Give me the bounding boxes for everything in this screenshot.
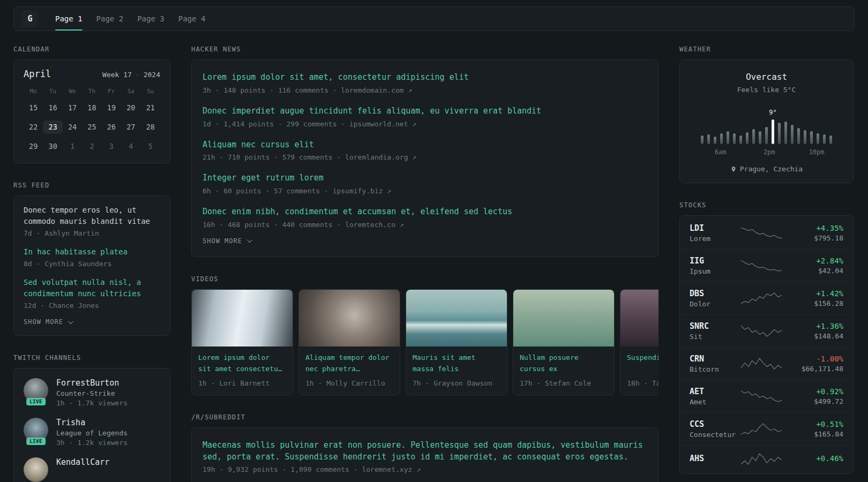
hackernews-show-more-label: SHOW MORE: [203, 237, 242, 245]
hackernews-widget: HACKER NEWS Lorem ipsum dolor sit amet, …: [191, 46, 659, 257]
app-logo[interactable]: G: [21, 10, 39, 27]
videos-row: Lorem ipsum dolor sit amet consectetu… 1…: [191, 289, 659, 395]
calendar-day-headers: MoTuWeThFrSaSu: [24, 88, 160, 95]
calendar-dow: Fr: [102, 88, 121, 95]
stock-price: $165.84: [784, 430, 843, 438]
page-tab[interactable]: Page 4: [171, 7, 213, 31]
rss-item: Donec tempor eros leo, ut commodo mauris…: [24, 205, 160, 237]
hackernews-panel: Lorem ipsum dolor sit amet, consectetur …: [191, 59, 659, 257]
live-badge: LIVE: [26, 438, 46, 445]
video-card[interactable]: Aliquam tempor dolor nec pharetra… 1h · …: [298, 289, 400, 395]
rss-show-more-button[interactable]: SHOW MORE: [24, 318, 160, 326]
stock-row[interactable]: AHS +0.46%: [680, 445, 853, 472]
stock-row[interactable]: CCS Consectetur +0.51% $165.84: [680, 412, 853, 445]
hackernews-item: Donec enim nibh, condimentum et accumsan…: [203, 206, 647, 229]
calendar-day: 27: [121, 120, 140, 134]
live-badge: LIVE: [26, 398, 46, 405]
rss-meta: 12d · Chance Jones: [24, 302, 160, 310]
weather-bar: [817, 133, 819, 144]
hackernews-show-more-button[interactable]: SHOW MORE: [203, 237, 647, 245]
subreddit-list: Maecenas mollis pulvinar erat non posuer…: [203, 440, 647, 474]
page-tab-label: Page 1: [55, 14, 83, 23]
calendar-dow: Tu: [43, 88, 62, 95]
twitch-avatar-wrap: [24, 457, 48, 482]
rss-panel: Donec tempor eros leo, ut commodo mauris…: [13, 195, 170, 336]
calendar-dow: Sa: [121, 88, 140, 95]
stock-price: $156.28: [784, 299, 843, 307]
calendar-dow: We: [63, 88, 82, 95]
video-meta: 1h · Molly Carrillo: [299, 376, 400, 395]
calendar-day: 4: [121, 140, 140, 153]
video-title-link[interactable]: Aliquam tempor dolor nec pharetra…: [299, 347, 400, 376]
hackernews-title-link[interactable]: Aliquam nec cursus elit: [203, 139, 647, 151]
stock-sparkline-chart: [741, 357, 784, 371]
stock-symbol: CCS: [690, 419, 741, 429]
weather-bar: [752, 129, 755, 144]
hackernews-title-link[interactable]: Lorem ipsum dolor sit amet, consectetur …: [203, 72, 647, 84]
calendar-separator: ·: [136, 71, 140, 79]
weather-condition: Overcast: [691, 72, 842, 82]
hackernews-title-link[interactable]: Integer eget rutrum lorem: [203, 172, 647, 184]
rss-headline-link[interactable]: Donec tempor eros leo, ut commodo mauris…: [24, 205, 160, 227]
video-thumbnail[interactable]: [620, 290, 659, 347]
video-thumbnail[interactable]: [513, 290, 614, 347]
calendar-dow: Th: [82, 88, 101, 95]
calendar-dow: Su: [141, 88, 160, 95]
weather-bar: [720, 133, 723, 144]
page-tab[interactable]: Page 1: [48, 7, 89, 31]
twitch-channel-name: KendallCarr: [56, 457, 109, 467]
weather-bar: [778, 123, 781, 144]
video-title-link[interactable]: Nullam posuere cursus ex: [513, 347, 614, 376]
video-card[interactable]: Mauris sit amet massa felis 7h · Grayson…: [406, 289, 507, 395]
hackernews-item: Donec imperdiet augue tincidunt felis al…: [203, 106, 647, 128]
page-tab[interactable]: Page 2: [89, 7, 131, 31]
hackernews-item: Lorem ipsum dolor sit amet, consectetur …: [203, 72, 647, 94]
video-card[interactable]: Lorem ipsum dolor sit amet consectetu… 1…: [191, 289, 293, 395]
stock-symbol: AET: [690, 387, 741, 396]
hackernews-title-link[interactable]: Donec imperdiet augue tincidunt felis al…: [203, 106, 647, 117]
stock-row[interactable]: SNRC Sit +1.36% $148.64: [680, 314, 853, 347]
calendar-day: 1: [63, 140, 82, 153]
stock-change: +4.35%: [784, 224, 843, 232]
rss-widget: RSS FEED Donec tempor eros leo, ut commo…: [13, 182, 170, 336]
subreddit-post-title-link[interactable]: Maecenas mollis pulvinar erat non posuer…: [203, 440, 647, 463]
rss-headline-link[interactable]: Sed volutpat nulla nisl, a condimentum n…: [24, 277, 160, 299]
stock-row[interactable]: AET Amet +0.92% $499.72: [680, 380, 853, 412]
weather-bar: [733, 133, 736, 144]
video-title-link[interactable]: Lorem ipsum dolor sit amet consectetu…: [192, 347, 293, 376]
twitch-channel-row[interactable]: LIVE Trisha League of Legends 3h · 1.2k …: [24, 418, 160, 447]
calendar-day: 23: [43, 120, 62, 134]
video-card[interactable]: Suspendisse diam 18h · Tara: [620, 289, 659, 395]
video-thumbnail[interactable]: [299, 290, 400, 347]
video-title-link[interactable]: Suspendisse diam: [620, 347, 659, 376]
weather-bar: [791, 125, 794, 144]
calendar-day: 2: [82, 140, 101, 153]
hackernews-item: Aliquam nec cursus elit 21h · 710 points…: [203, 139, 647, 162]
video-thumbnail[interactable]: [192, 290, 293, 347]
stock-sparkline-chart: [741, 291, 784, 305]
stock-row[interactable]: LDI Lorem +4.35% $795.18: [680, 217, 853, 249]
video-title-link[interactable]: Mauris sit amet massa felis: [406, 347, 507, 376]
stock-change: +0.46%: [784, 454, 843, 463]
video-thumbnail[interactable]: [406, 290, 507, 347]
dashboard-page: G Page 1 Page 2 Page 3 Page 4 CALENDAR A…: [0, 0, 868, 482]
subreddit-post-meta: 19h · 9,932 points · 1,090 comments · lo…: [203, 465, 647, 473]
stock-row[interactable]: CRN Bitcorn -1.00% $66,171.48: [680, 347, 853, 380]
twitch-avatar-wrap: LIVE: [24, 378, 48, 403]
stock-change: +1.36%: [784, 322, 843, 330]
stock-row[interactable]: DBS Dolor +1.42% $156.28: [680, 282, 853, 314]
stock-row[interactable]: IIG Ipsum +2.84% $42.04: [680, 249, 853, 282]
topbar-tabs: Page 1 Page 2 Page 3 Page 4: [48, 7, 212, 31]
hackernews-title-link[interactable]: Donec enim nibh, condimentum et accumsan…: [203, 206, 647, 218]
video-card[interactable]: Nullam posuere cursus ex 17h · Stefan Co…: [513, 289, 615, 395]
page-tab[interactable]: Page 3: [130, 7, 171, 31]
rss-meta: 8d · Cynthia Saunders: [24, 260, 160, 268]
subreddit-widget: /R/SUBREDDIT Maecenas mollis pulvinar er…: [191, 413, 659, 482]
weather-bar: [823, 134, 826, 144]
video-meta: 7h · Grayson Dawson: [406, 376, 507, 395]
rss-headline-link[interactable]: In hac habitasse platea: [24, 246, 160, 258]
twitch-channel-row[interactable]: LIVE ForrestBurton Counter-Strike 1h · 1…: [24, 378, 160, 407]
weather-feels-like: Feels like 5°C: [691, 86, 842, 94]
twitch-channel-row[interactable]: KendallCarr: [24, 457, 160, 482]
video-meta: 18h · Tara: [620, 376, 659, 395]
